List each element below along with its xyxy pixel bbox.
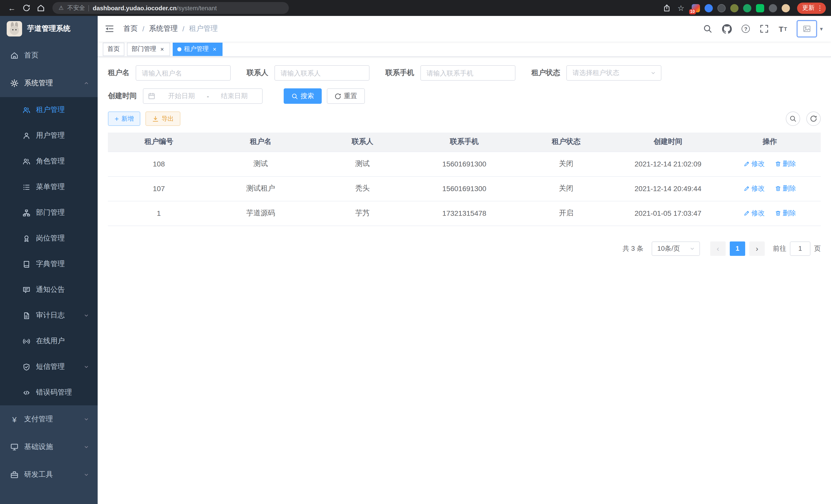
col-header-id: 租户编号 <box>108 132 210 152</box>
sidebar-item-notice[interactable]: 通知公告 <box>0 277 98 303</box>
delete-link[interactable]: 删除 <box>775 159 796 169</box>
close-icon[interactable]: × <box>211 46 218 52</box>
table-row: 1 芋道源码 芋艿 17321315478 开启 2021-01-05 17:0… <box>108 201 821 226</box>
logo[interactable]: 芋道管理系统 <box>0 16 98 41</box>
extension-icon-5[interactable] <box>743 4 751 12</box>
sidebar-item-label: 部门管理 <box>36 208 65 217</box>
extension-icon-6[interactable] <box>756 4 764 12</box>
goto-page-input[interactable] <box>790 241 810 256</box>
chevron-down-icon <box>83 313 89 319</box>
contact-phone-input[interactable] <box>420 65 515 81</box>
tab-dept[interactable]: 部门管理 × <box>127 42 170 56</box>
tab-home[interactable]: 首页 <box>103 42 124 56</box>
create-time-range-picker[interactable]: 开始日期 - 结束日期 <box>143 88 263 104</box>
chevron-down-icon <box>689 245 695 251</box>
sidebar-item-dev-tools[interactable]: 研发工具 <box>0 461 98 488</box>
bookmark-star-icon[interactable]: ☆ <box>674 1 688 14</box>
security-label[interactable]: 不安全 <box>67 4 85 12</box>
toggle-search-icon[interactable] <box>786 112 800 126</box>
cell-actions: 修改 删除 <box>719 201 821 226</box>
font-size-icon[interactable]: TT <box>779 24 787 33</box>
sidebar-item-post[interactable]: 岗位管理 <box>0 226 98 251</box>
cell-created: 2021-01-05 17:03:47 <box>617 201 719 226</box>
extension-icon-8[interactable] <box>782 4 790 12</box>
sidebar-toggle-icon[interactable] <box>98 16 121 41</box>
col-header-actions: 操作 <box>719 132 821 152</box>
delete-link[interactable]: 删除 <box>775 209 796 218</box>
tenant-name-input[interactable] <box>136 65 231 81</box>
kebab-menu-icon: ⋮ <box>816 5 823 11</box>
breadcrumb-home[interactable]: 首页 <box>123 24 138 33</box>
sidebar-item-user[interactable]: 用户管理 <box>0 123 98 148</box>
delete-link[interactable]: 删除 <box>775 184 796 193</box>
share-icon[interactable] <box>660 1 673 14</box>
chevron-down-icon <box>650 70 656 76</box>
close-icon[interactable]: × <box>159 46 166 52</box>
page-size-select[interactable]: 10条/页 <box>652 241 700 256</box>
sidebar-item-dict[interactable]: 字典管理 <box>0 251 98 277</box>
browser-reload-button[interactable] <box>20 1 33 14</box>
add-button[interactable]: + 新增 <box>108 112 140 126</box>
extension-icon-7[interactable] <box>769 4 777 12</box>
sidebar-item-role[interactable]: 角色管理 <box>0 148 98 174</box>
next-page-button[interactable]: › <box>749 241 765 256</box>
avatar[interactable] <box>797 20 818 37</box>
tab-label: 部门管理 <box>132 45 156 53</box>
filter-form-row-1: 租户名 联系人 联系手机 租户状态 请选择租户状态 <box>108 65 821 81</box>
cell-contact: 芋艿 <box>312 201 413 226</box>
contact-input[interactable] <box>275 65 370 81</box>
sidebar-item-label: 错误码管理 <box>36 388 72 397</box>
sidebar-item-system[interactable]: 系统管理 <box>0 69 98 97</box>
cell-status: 关闭 <box>515 176 617 201</box>
sidebar-item-audit-log[interactable]: 审计日志 <box>0 303 98 328</box>
sidebar-item-payment[interactable]: ¥ 支付管理 <box>0 405 98 433</box>
search-icon[interactable] <box>703 24 712 33</box>
edit-link[interactable]: 修改 <box>744 184 765 193</box>
extension-icon-2[interactable] <box>705 4 713 12</box>
sidebar-item-home[interactable]: 首页 <box>0 41 98 69</box>
github-icon[interactable] <box>722 24 732 34</box>
sidebar-item-dept[interactable]: 部门管理 <box>0 200 98 226</box>
edit-link[interactable]: 修改 <box>744 209 765 218</box>
export-button[interactable]: 导出 <box>145 112 180 126</box>
sidebar-item-tenant[interactable]: 租户管理 <box>0 97 98 123</box>
cell-id: 108 <box>108 152 210 176</box>
prev-page-button[interactable]: ‹ <box>710 241 726 256</box>
extension-icon-3[interactable] <box>717 4 726 12</box>
page-number-1[interactable]: 1 <box>730 241 745 256</box>
extension-icon-4[interactable] <box>730 4 739 12</box>
breadcrumb-system[interactable]: 系统管理 <box>149 24 178 33</box>
trash-icon <box>775 210 781 216</box>
browser-home-button[interactable] <box>34 1 47 14</box>
help-icon[interactable]: ? <box>742 25 750 33</box>
cell-contact: 秃头 <box>312 176 413 201</box>
system-submenu: 租户管理 用户管理 角色管理 菜单管理 部门管理 <box>0 97 98 405</box>
browser-back-button[interactable]: ← <box>5 1 19 14</box>
sidebar-item-sms[interactable]: 短信管理 <box>0 354 98 380</box>
cell-name: 芋道源码 <box>210 201 311 226</box>
sidebar-item-infrastructure[interactable]: 基础设施 <box>0 433 98 461</box>
browser-update-button[interactable]: 更新 ⋮ <box>797 2 826 13</box>
search-button[interactable]: 搜索 <box>284 88 322 104</box>
sidebar-item-online-user[interactable]: 在线用户 <box>0 328 98 354</box>
sidebar-item-menu[interactable]: 菜单管理 <box>0 174 98 200</box>
tenant-status-select[interactable]: 请选择租户状态 <box>566 65 661 81</box>
plus-icon: + <box>115 115 119 122</box>
sidebar-item-error-code[interactable]: 错误码管理 <box>0 380 98 405</box>
sidebar-item-label: 用户管理 <box>36 131 65 140</box>
fullscreen-icon[interactable] <box>760 24 769 33</box>
col-header-status: 租户状态 <box>515 132 617 152</box>
top-navbar: 首页 / 系统管理 / 租户管理 ? T <box>98 16 831 41</box>
address-bar[interactable]: ⚠ 不安全 dashboard.yudao.iocoder.cn/system/… <box>52 2 289 14</box>
cell-status: 关闭 <box>515 152 617 176</box>
refresh-icon[interactable] <box>806 112 821 126</box>
browser-chrome: ← ⚠ 不安全 dashboard.yudao.iocoder.cn/syste… <box>0 0 831 16</box>
user-menu[interactable]: ▾ <box>797 20 823 37</box>
cell-phone: 17321315478 <box>413 201 515 226</box>
col-header-phone: 联系手机 <box>413 132 515 152</box>
sidebar-item-label: 审计日志 <box>36 311 65 320</box>
tab-tenant[interactable]: 租户管理 × <box>173 42 223 56</box>
reset-button[interactable]: 重置 <box>327 88 365 104</box>
edit-link[interactable]: 修改 <box>744 159 765 169</box>
extension-icon-1[interactable]: 10 <box>692 4 700 12</box>
